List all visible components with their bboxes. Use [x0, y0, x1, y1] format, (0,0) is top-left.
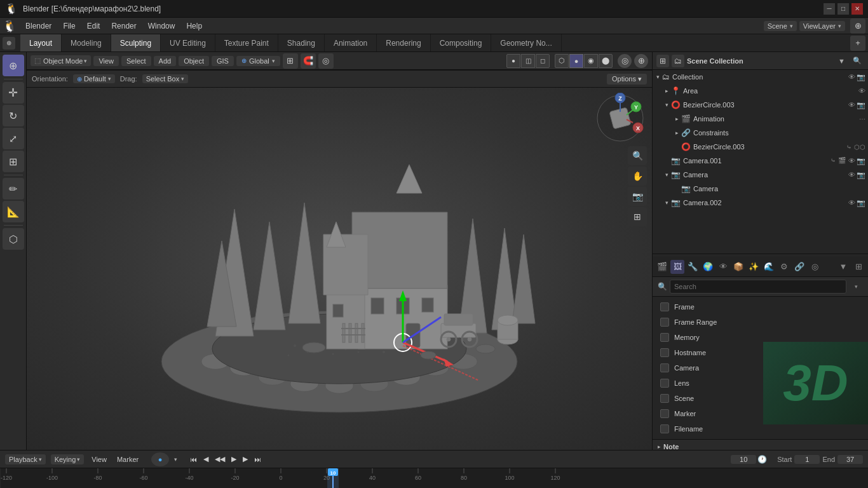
zoom-to-selection-button[interactable]: 🔍: [628, 146, 647, 165]
keying-dropdown[interactable]: Keying ▾: [51, 454, 85, 464]
collection-eye-button[interactable]: 👁: [848, 73, 855, 81]
particles-prop-button[interactable]: 🌊: [762, 260, 776, 274]
play-button[interactable]: ▶: [229, 454, 239, 464]
prop-sync-button[interactable]: ⊞: [851, 260, 865, 274]
menu-blender[interactable]: Blender: [20, 20, 57, 32]
render-prop-button[interactable]: 🎬: [655, 260, 669, 274]
object-mode-dropdown[interactable]: ⬚ Object Mode ▾: [31, 55, 91, 66]
constraints-prop-button[interactable]: 🔗: [792, 260, 806, 274]
edge-select-button[interactable]: ◫: [521, 54, 535, 68]
jump-to-start-button[interactable]: ⏮: [187, 454, 200, 464]
tab-rendering[interactable]: Rendering: [377, 34, 430, 51]
outliner-search-icon[interactable]: 🔍: [850, 55, 864, 66]
tab-compositing[interactable]: Compositing: [431, 34, 492, 51]
collection-root-item[interactable]: ▾ 🗂 Collection 👁 📷: [653, 70, 868, 84]
viewport-canvas[interactable]: Z X Y 🔍 ✋ 📷: [27, 70, 652, 450]
pan-view-button[interactable]: ✋: [628, 166, 647, 186]
data-prop-button[interactable]: ◎: [808, 260, 822, 274]
camera-group-eye-button[interactable]: 👁: [848, 171, 855, 179]
viewlayer-selector[interactable]: ViewLayer: [803, 22, 836, 30]
bezier-003-eye-button[interactable]: 👁: [848, 101, 855, 109]
step-back-button[interactable]: ◀: [201, 454, 211, 464]
object-prop-button[interactable]: 📦: [731, 260, 745, 274]
timeline-track[interactable]: -120 -100 -80 -60 -40 -20 0: [0, 468, 868, 488]
step-forward-button[interactable]: ▶: [240, 454, 250, 464]
minimize-button[interactable]: ─: [824, 3, 835, 15]
close-button[interactable]: ✕: [851, 3, 863, 15]
physics-prop-button[interactable]: ⚙: [777, 260, 791, 274]
camera-sub-item[interactable]: ▸ 📷 Camera: [653, 182, 868, 196]
prop-filter-button[interactable]: ▼: [836, 260, 850, 274]
lens-checkbox[interactable]: [660, 379, 669, 388]
menu-edit[interactable]: Edit: [82, 20, 105, 32]
bezier-003b-item[interactable]: ▸ ⭕ BezierCircle.003 ⤷ ⬡⬡: [653, 140, 868, 154]
camera-checkbox[interactable]: [660, 363, 669, 372]
world-prop-button[interactable]: 👁: [716, 260, 730, 274]
material-shading-button[interactable]: ◉: [584, 54, 598, 68]
bezier-003-item[interactable]: ▾ ⭕ BezierCircle.003 👁 📷: [653, 98, 868, 112]
transform-tool-button[interactable]: ⊞: [3, 151, 24, 172]
workspace-selector[interactable]: ⊕: [3, 37, 15, 50]
scene-checkbox[interactable]: [660, 394, 669, 403]
options-button[interactable]: Options ▾: [607, 74, 647, 85]
current-frame-input[interactable]: [731, 455, 756, 464]
tab-texture-paint[interactable]: Texture Paint: [215, 34, 278, 51]
camera-001-eye-button[interactable]: 👁: [848, 157, 855, 165]
outliner-filter-button[interactable]: ⊞: [656, 55, 669, 67]
area-eye-button[interactable]: 👁: [858, 87, 865, 95]
move-tool-button[interactable]: ✛: [3, 82, 24, 104]
tab-modeling[interactable]: Modeling: [62, 34, 111, 51]
menu-file[interactable]: File: [58, 20, 80, 32]
filename-checkbox[interactable]: [660, 424, 669, 433]
playback-dropdown[interactable]: Playback ▾: [5, 454, 46, 464]
workspace-add-button[interactable]: ⊕: [850, 18, 865, 34]
note-section-header[interactable]: Note: [653, 439, 868, 450]
view-menu-button[interactable]: View: [93, 56, 119, 66]
view-layer-prop-button[interactable]: 🔧: [686, 260, 700, 274]
cursor-tool-button[interactable]: ⊕: [3, 55, 24, 76]
jump-to-end-button[interactable]: ⏭: [252, 454, 264, 464]
scene-selector[interactable]: Scene: [768, 22, 787, 30]
annotate-tool-button[interactable]: ✏: [3, 178, 24, 200]
scale-tool-button[interactable]: ⤢: [3, 128, 24, 149]
constraints-sub-item[interactable]: ▸ 🔗 Constraints: [653, 126, 868, 140]
start-frame-input[interactable]: [794, 455, 820, 464]
tab-animation[interactable]: Animation: [325, 34, 377, 51]
collection-render-button[interactable]: 📷: [857, 73, 865, 81]
select-menu-button[interactable]: Select: [121, 56, 151, 66]
tab-add-button[interactable]: +: [850, 36, 865, 51]
face-select-button[interactable]: ◻: [536, 54, 550, 68]
rotate-tool-button[interactable]: ↻: [3, 105, 24, 126]
add-primitive-button[interactable]: ⬡: [3, 228, 24, 250]
solid-shading-button[interactable]: ●: [569, 54, 583, 68]
viewport[interactable]: ⬚ Object Mode ▾ View Select Add Object G…: [27, 52, 652, 450]
snap-toggle-button[interactable]: 🧲: [301, 53, 316, 69]
tab-shading[interactable]: Shading: [278, 34, 325, 51]
camera-group-render-button[interactable]: 📷: [857, 171, 865, 179]
camera-002-item[interactable]: ▾ 📷 Camera.002 👁 📷: [653, 196, 868, 210]
marker-checkbox[interactable]: [660, 409, 669, 418]
outliner-filter-icon[interactable]: ▼: [836, 56, 848, 66]
frame-range-checkbox[interactable]: [660, 318, 669, 327]
proportional-edit-button[interactable]: ◎: [318, 53, 334, 69]
output-prop-button[interactable]: 🖼: [670, 260, 684, 274]
menu-render[interactable]: Render: [106, 20, 141, 32]
properties-search-input[interactable]: [670, 280, 846, 294]
rendered-shading-button[interactable]: ⬤: [599, 54, 613, 68]
tab-geometry-nodes[interactable]: Geometry No...: [491, 34, 561, 51]
quad-view-button[interactable]: ⊞: [628, 207, 647, 226]
gis-menu-button[interactable]: GIS: [212, 56, 234, 66]
menu-help[interactable]: Help: [181, 20, 207, 32]
play-back-button[interactable]: ◀◀: [212, 454, 227, 464]
hostname-checkbox[interactable]: [660, 348, 669, 357]
bezier-003-render-button[interactable]: 📷: [857, 101, 865, 109]
frame-checkbox[interactable]: [660, 302, 669, 311]
tab-sculpting[interactable]: Sculpting: [111, 34, 161, 51]
camera-001-item[interactable]: ▸ 📷 Camera.001 ⤷ 🎬 👁 📷: [653, 154, 868, 168]
camera-001-render-button[interactable]: 📷: [857, 157, 865, 165]
outliner-display-button[interactable]: 🗂: [672, 55, 684, 67]
wireframe-shading-button[interactable]: ⬡: [555, 54, 569, 68]
menu-window[interactable]: Window: [143, 20, 180, 32]
camera-002-eye-button[interactable]: 👁: [848, 199, 855, 207]
measure-tool-button[interactable]: 📐: [3, 201, 24, 222]
